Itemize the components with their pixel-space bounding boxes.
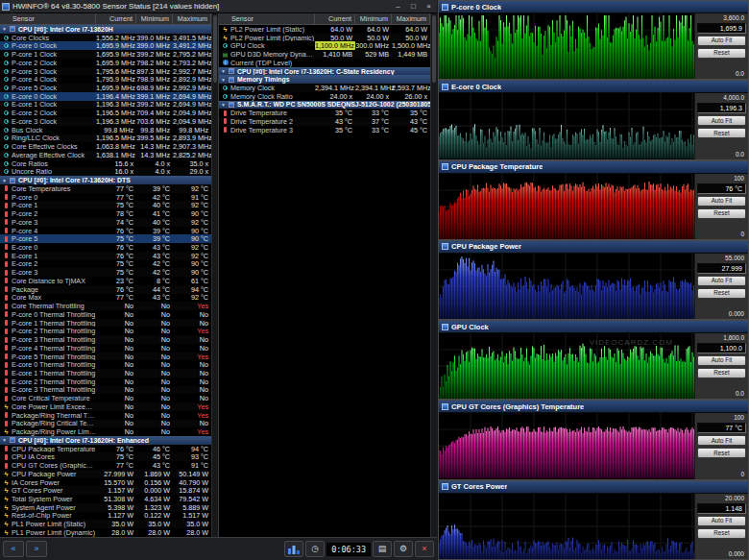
next-page-button[interactable]: » bbox=[26, 541, 47, 557]
reset-button[interactable]: Reset bbox=[697, 448, 746, 458]
sensor-row[interactable]: iCurrent (TDP Level) bbox=[219, 59, 430, 67]
sensor-row[interactable]: Package76 °C44 °C94 °C bbox=[0, 285, 211, 294]
scrollbar-left[interactable] bbox=[211, 13, 218, 537]
sensor-row[interactable]: ▤GPU D3D Memory Dynamic1,410 MB529 MB1,4… bbox=[219, 50, 430, 59]
scrollbar-right[interactable] bbox=[430, 13, 437, 537]
column-header-minimum[interactable]: Minimum bbox=[136, 13, 173, 24]
sensor-row[interactable]: Package/Ring Thermal ThrottlingNoNoYes bbox=[0, 411, 211, 420]
graph-titlebar[interactable]: E-core 0 Clock bbox=[439, 81, 748, 93]
sensor-row[interactable]: Core Temperatures77 °C39 °C92 °C bbox=[0, 184, 211, 193]
sensor-row[interactable]: E-core 1 Thermal ThrottlingNoNoNo bbox=[0, 369, 211, 377]
sensor-row[interactable]: Bus Clock99.8 MHz99.8 MHz99.8 MHz bbox=[0, 126, 211, 134]
sensor-row[interactable]: CPU GT Cores (Graphics) Temper...77 °C43… bbox=[0, 461, 211, 470]
sensor-row[interactable]: Memory Clock2,394.1 MHz2,394.1 MHz2,593.… bbox=[219, 84, 430, 92]
sensor-row[interactable]: ϟCPU Package Power27.999 W1.869 W50.149 … bbox=[0, 470, 211, 478]
sensor-row[interactable]: P-core 4 Thermal ThrottlingNoNoNo bbox=[0, 344, 211, 353]
sensor-row[interactable]: ϟSystem Agent Power5.398 W1.323 W5.889 W bbox=[0, 503, 211, 512]
column-header-sensor[interactable]: Sensor bbox=[219, 13, 315, 24]
sensor-row[interactable]: Core Critical TemperatureNoNoNo bbox=[0, 394, 211, 402]
sensor-row[interactable]: P-core 1 Clock1,695.9 MHz399.2 MHz2,795.… bbox=[0, 50, 211, 59]
sensor-row[interactable]: E-core 3 Clock1,196.3 MHz703.6 MHz2,094.… bbox=[0, 117, 211, 126]
sensor-row[interactable]: P-core 1 Thermal ThrottlingNoNoNo bbox=[0, 319, 211, 328]
sensor-row[interactable]: P-core 2 Clock1,695.9 MHz798.2 MHz2,793.… bbox=[0, 59, 211, 67]
sensor-row[interactable]: Package/Ring Critical TemperatureNoNoNo bbox=[0, 420, 211, 428]
sensor-row[interactable]: ϟPL2 Power Limit (Dynamic)50.0 W50.0 W50… bbox=[219, 34, 430, 42]
sensor-row[interactable]: E-core 275 °C42 °C90 °C bbox=[0, 260, 211, 269]
sensor-row[interactable]: ϟRest-of-Chip Power1.127 W0.122 W1.517 W bbox=[0, 512, 211, 521]
settings-toolbar-button[interactable]: ⚙ bbox=[394, 541, 413, 557]
auto-fit-button[interactable]: Auto Fit bbox=[697, 516, 746, 526]
sensor-row[interactable]: Core Distance to TjMAX23 °C8 °C61 °C bbox=[0, 277, 211, 285]
sensor-row[interactable]: P-core 5 Thermal ThrottlingNoNoYes bbox=[0, 353, 211, 361]
reset-button[interactable]: Reset bbox=[697, 288, 746, 299]
sensor-row[interactable]: E-core 176 °C43 °C92 °C bbox=[0, 252, 211, 260]
scrollbar-thumb[interactable] bbox=[432, 15, 436, 83]
sensor-row[interactable]: ϟIA Cores Power15.570 W0.156 W40.790 W bbox=[0, 478, 211, 487]
column-header-current[interactable]: Current bbox=[315, 13, 355, 24]
sensor-row[interactable]: ϟCore Power Limit ExceededNoNoYes bbox=[0, 402, 211, 411]
sensor-row[interactable]: P-core 374 °C40 °C92 °C bbox=[0, 218, 211, 227]
maximize-button[interactable]: □ bbox=[407, 2, 420, 11]
sensor-row[interactable]: P-core 4 Clock1,795.9 MHz798.9 MHz2,892.… bbox=[0, 75, 211, 84]
report-toolbar-button[interactable]: ▤ bbox=[373, 541, 392, 557]
reset-button[interactable]: Reset bbox=[697, 368, 746, 378]
reset-button[interactable]: Reset bbox=[697, 528, 746, 539]
reset-button[interactable]: Reset bbox=[697, 48, 746, 59]
sensor-row[interactable]: Uncore Ratio16.0 x4.0 x29.0 x bbox=[0, 167, 211, 176]
reset-button[interactable]: Reset bbox=[697, 208, 746, 219]
sensor-row[interactable]: Average Effective Clock1,638.1 MHz14.3 M… bbox=[0, 151, 211, 159]
auto-fit-button[interactable]: Auto Fit bbox=[697, 355, 746, 366]
graph-titlebar[interactable]: GT Cores Power bbox=[439, 481, 748, 494]
sensor-row[interactable]: P-core 077 °C42 °C91 °C bbox=[0, 193, 211, 202]
sensor-row[interactable]: Core Ratios15.6 x4.0 x35.0 x bbox=[0, 159, 211, 168]
sensor-row[interactable]: Drive Temperature 243 °C37 °C43 °C bbox=[219, 117, 430, 126]
sensor-row[interactable]: E-core 3 Thermal ThrottlingNoNoNo bbox=[0, 386, 211, 395]
column-header-current[interactable]: Current bbox=[96, 13, 136, 24]
graph-titlebar[interactable]: GPU Clock bbox=[439, 321, 748, 333]
sensor-row[interactable]: P-core 0 Clock1,695.9 MHz399.0 MHz3,491.… bbox=[0, 41, 211, 50]
sensor-row[interactable]: Drive Temperature35 °C33 °C35 °C bbox=[219, 109, 430, 117]
sensor-row[interactable]: E-core 2 Clock1,196.5 MHz709.4 MHz2,094.… bbox=[0, 109, 211, 117]
close-button[interactable]: × bbox=[423, 2, 435, 11]
sensor-row[interactable]: Drive Temperature 335 °C33 °C45 °C bbox=[219, 126, 430, 134]
sensor-row[interactable]: ϟPL1 Power Limit (Dynamic)28.0 W28.0 W28… bbox=[0, 528, 211, 537]
scrollbar-thumb[interactable] bbox=[213, 15, 217, 83]
sensor-row[interactable]: E-core 1 Clock1,196.3 MHz399.2 MHz2,694.… bbox=[0, 101, 211, 110]
sensor-row[interactable]: ϟPL2 Power Limit (Static)64.0 W64.0 W64.… bbox=[219, 25, 430, 34]
column-header-maximum[interactable]: Maximum bbox=[392, 13, 430, 24]
sensor-row[interactable]: CPU IA Cores75 °C45 °C93 °C bbox=[0, 452, 211, 461]
column-header-sensor[interactable]: Sensor bbox=[0, 13, 96, 24]
sensor-row[interactable]: E-core 0 Clock1,196.4 MHz399.1 MHz2,694.… bbox=[0, 92, 211, 101]
sensor-row[interactable]: E-core 375 °C42 °C90 °C bbox=[0, 268, 211, 277]
graphs-toolbar-button[interactable] bbox=[284, 541, 303, 557]
section-header[interactable]: ▼CPU [#0]: Intel Core i7-13620H bbox=[0, 25, 211, 34]
sensor-row[interactable]: Core Clocks1,556.2 MHz399.0 MHz3,491.5 M… bbox=[0, 34, 211, 42]
sensor-row[interactable]: P-core 0 Thermal ThrottlingNoNoNo bbox=[0, 310, 211, 319]
sensor-row[interactable]: P-core 175 °C40 °C92 °C bbox=[0, 201, 211, 209]
sensor-row[interactable]: P-core 575 °C39 °C90 °C bbox=[0, 234, 211, 243]
sensor-row[interactable]: Ring/LLC Clock1,196.5 MHz399.5 MHz2,893.… bbox=[0, 134, 211, 143]
sensor-row[interactable]: P-core 3 Thermal ThrottlingNoNoNo bbox=[0, 335, 211, 344]
graph-titlebar[interactable]: CPU Package Power bbox=[439, 241, 748, 254]
column-header-maximum[interactable]: Maximum bbox=[173, 13, 211, 24]
auto-fit-button[interactable]: Auto Fit bbox=[697, 115, 746, 126]
auto-fit-button[interactable]: Auto Fit bbox=[697, 36, 746, 46]
minimize-button[interactable]: – bbox=[392, 2, 404, 11]
prev-page-button[interactable]: « bbox=[3, 541, 24, 557]
reset-button[interactable]: Reset bbox=[697, 128, 746, 138]
sensor-row[interactable]: ϟPackage/Ring Power Limit Exce...NoNoYes bbox=[0, 427, 211, 436]
sensor-row[interactable]: E-core 2 Thermal ThrottlingNoNoNo bbox=[0, 377, 211, 386]
auto-fit-button[interactable]: Auto Fit bbox=[697, 435, 746, 446]
sensor-row[interactable]: Core Effective Clocks1,063.8 MHz14.3 MHz… bbox=[0, 142, 211, 151]
sensor-row[interactable]: ϟTotal System Power51.308 W4.634 W79.542… bbox=[0, 495, 211, 503]
sensor-row[interactable]: ϟGT Cores Power1.157 W0.000 W15.874 W bbox=[0, 486, 211, 495]
auto-fit-button[interactable]: Auto Fit bbox=[697, 276, 746, 286]
graph-titlebar[interactable]: P-core 0 Clock bbox=[439, 1, 748, 13]
section-header[interactable]: ▼CPU [#0]: Intel Core i7-13620H: DTS bbox=[0, 176, 211, 184]
section-header[interactable]: ▼CPU [#0]: Intel Core i7-13620H: C-State… bbox=[219, 67, 430, 76]
graph-titlebar[interactable]: CPU Package Temperature bbox=[439, 161, 748, 174]
sensor-row[interactable]: Core Thermal ThrottlingNoNoYes bbox=[0, 302, 211, 310]
auto-fit-button[interactable]: Auto Fit bbox=[697, 196, 746, 207]
sensor-row[interactable]: E-core 0 Thermal ThrottlingNoNoNo bbox=[0, 360, 211, 369]
sensor-row[interactable]: P-core 5 Clock1,695.9 MHz698.9 MHz2,992.… bbox=[0, 84, 211, 92]
